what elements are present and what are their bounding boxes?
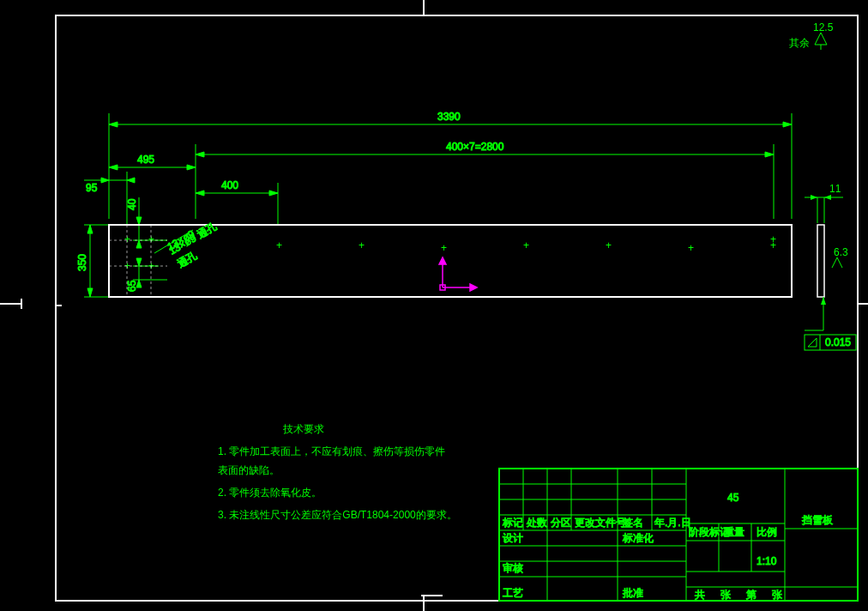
svg-marker-79 (439, 257, 446, 264)
side-view: 11 6.3 (805, 183, 848, 330)
holes: + + + + + + + + + + + + (124, 233, 776, 272)
dim-350-text: 350 (76, 254, 88, 271)
svg-marker-17 (196, 152, 204, 157)
svg-text:+: + (124, 233, 130, 245)
hole-note: 13×ø9 通孔 通孔 13×ø9 (154, 221, 219, 270)
svg-marker-21 (187, 165, 196, 170)
svg-marker-54 (824, 195, 831, 200)
svg-text:比例: 比例 (756, 526, 777, 538)
dim-65: 65 (126, 258, 167, 292)
dim-pitch: 400 (196, 179, 278, 225)
svg-text:+: + (688, 242, 694, 254)
dim-thickness: 11 (829, 183, 841, 195)
dim-left-offset: 495 (109, 154, 196, 170)
svg-marker-13 (783, 122, 792, 127)
dim-array-text: 400×7=2800 (446, 141, 504, 153)
svg-rect-47 (817, 225, 824, 297)
svg-text:共: 共 (695, 589, 705, 601)
part-outline (109, 225, 792, 297)
svg-marker-18 (765, 152, 774, 157)
tech-line-2: 表面的缺陷。 (218, 464, 280, 476)
svg-text:+: + (770, 233, 776, 245)
drawing-canvas: 其余 12.5 3390 400×7=2800 495 400 (0, 0, 868, 611)
svg-text:审核: 审核 (503, 562, 523, 574)
svg-text:1:10: 1:10 (756, 555, 777, 567)
dim-array: 400×7=2800 (196, 141, 774, 219)
svg-marker-29 (101, 178, 109, 183)
svg-marker-53 (811, 195, 817, 200)
flatness-fcf: 0.015 (805, 335, 856, 350)
svg-marker-25 (269, 191, 278, 196)
tech-line-4: 3. 未注线性尺寸公差应符合GB/T1804-2000的要求。 (218, 509, 457, 521)
svg-marker-45 (136, 258, 142, 266)
tech-req: 技术要求 1. 零件加工表面上，不应有划痕、擦伤等损伤零件 表面的缺陷。 2. … (218, 423, 457, 521)
tech-line-1: 1. 零件加工表面上，不应有划痕、擦伤等损伤零件 (218, 445, 445, 457)
svg-text:+: + (359, 239, 365, 251)
svg-marker-30 (127, 178, 135, 183)
svg-marker-57 (821, 297, 826, 305)
svg-marker-77 (470, 284, 477, 291)
tech-title: 技术要求 (282, 423, 324, 435)
part-name: 挡雪板 (802, 514, 833, 526)
surface-rest-label: 其余 (789, 37, 810, 49)
flatness-value: 0.015 (825, 336, 851, 348)
dim-495: 495 (137, 154, 154, 166)
svg-text:年.月.日: 年.月.日 (654, 517, 691, 529)
svg-text:签名: 签名 (623, 517, 643, 529)
svg-text:标记: 标记 (502, 517, 523, 529)
dim-overall-text: 3390 (437, 111, 461, 123)
svg-text:+: + (523, 239, 529, 251)
svg-text:+: + (276, 239, 282, 251)
surface-finish-note: 其余 12.5 (789, 21, 834, 50)
svg-text:工艺: 工艺 (503, 587, 523, 599)
dim-65-text: 65 (126, 280, 138, 292)
title-block: 标记 处数 分区 更改文件号 签名 年.月.日 设计 标准化 审核 工艺 批准 … (499, 469, 858, 601)
material: 45 (727, 492, 739, 504)
svg-text:更改文件号: 更改文件号 (575, 517, 626, 529)
svg-text:第: 第 (746, 589, 756, 601)
svg-marker-36 (136, 240, 142, 248)
svg-marker-35 (136, 217, 142, 225)
surface-value: 12.5 (813, 21, 834, 33)
dim-40-text: 40 (126, 198, 138, 210)
svg-marker-12 (109, 122, 118, 127)
svg-rect-85 (499, 469, 858, 601)
svg-text:+: + (148, 233, 154, 245)
svg-marker-24 (196, 191, 204, 196)
svg-marker-20 (109, 165, 118, 170)
svg-text:张: 张 (772, 589, 782, 601)
svg-text:张: 张 (720, 589, 731, 601)
svg-text:重量: 重量 (724, 526, 744, 538)
svg-text:批准: 批准 (623, 587, 643, 599)
dim-400: 400 (221, 179, 238, 191)
dim-overall: 3390 (109, 111, 792, 219)
side-ra: 6.3 (834, 246, 848, 258)
svg-text:分区: 分区 (551, 517, 571, 529)
svg-text:设计: 设计 (503, 532, 523, 544)
svg-text:+: + (606, 239, 612, 251)
svg-text:处数: 处数 (527, 517, 547, 529)
dim-height: 350 (76, 225, 108, 297)
svg-text:+: + (441, 242, 447, 254)
tech-line-3: 2. 零件须去除氧化皮。 (218, 487, 322, 499)
dim-95-text: 95 (86, 182, 98, 194)
svg-marker-40 (87, 225, 93, 233)
svg-marker-41 (87, 288, 93, 297)
svg-text:标准化: 标准化 (622, 532, 654, 544)
ucs-icon (439, 257, 477, 291)
